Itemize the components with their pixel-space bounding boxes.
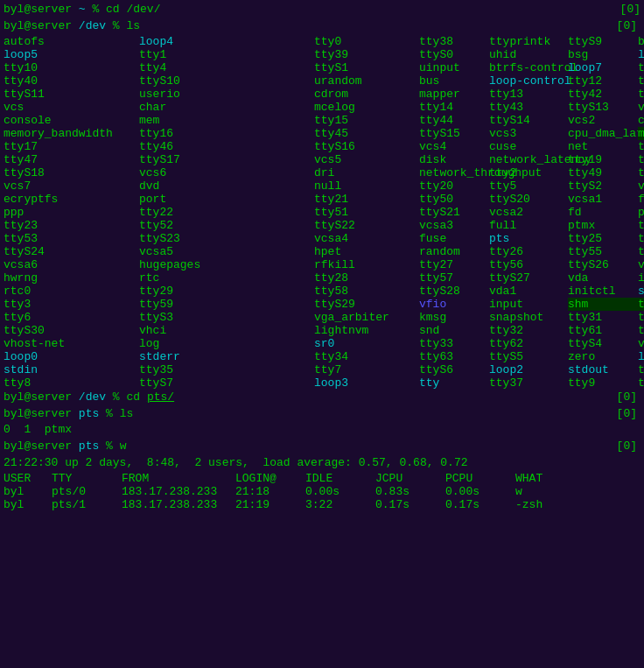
ls-item: dvd: [139, 179, 275, 193]
ls-item: tty56: [489, 258, 559, 271]
ls-item: tty22: [139, 206, 209, 219]
ls-item: zero: [568, 350, 644, 363]
ls-item: ttyS2: [568, 179, 644, 193]
ls-item: vcs: [4, 101, 100, 114]
ls-item: ptmx: [568, 219, 644, 232]
ls-item: tty46: [139, 140, 209, 153]
prompt-line-3: byl@server /dev % cd pts/[0]: [4, 390, 640, 406]
ls-item: tty33: [419, 337, 489, 350]
ls-item: ttyS31: [638, 324, 644, 337]
ls-item: shm: [568, 298, 644, 311]
ls-item: ttyS9: [568, 35, 644, 48]
prompt-line-1: byl@server ~ % cd /dev/[0]: [4, 2, 640, 18]
ls-item: tty4: [139, 61, 209, 74]
ls-item: tty27: [419, 258, 489, 271]
ls-item: ttyS26: [568, 258, 644, 271]
ls-item: cpu_dma_latency: [568, 127, 644, 140]
ls-item: ttyS29: [314, 298, 397, 311]
ls-item: loop0: [4, 350, 139, 363]
ls-item: tty54: [638, 232, 644, 245]
ls-item: ttyS14: [489, 114, 572, 127]
ls-item: tty60: [638, 311, 644, 324]
ls-item: rtc: [139, 271, 310, 285]
ls-item: ttyS16: [314, 140, 397, 153]
ls-item: tty26: [489, 245, 559, 258]
ls-item: loop4: [139, 35, 310, 48]
ls-item: tty31: [568, 311, 638, 324]
ls-item: ttyS12: [638, 88, 644, 101]
ls-item: i2c-0: [638, 271, 644, 285]
ls-item: vcs1: [638, 101, 644, 114]
prompt-user: byl: [4, 2, 24, 18]
ls-item: tty14: [419, 101, 489, 114]
pts-link: pts/: [147, 390, 174, 404]
ls-item: core: [638, 114, 644, 127]
ls-item: tty58: [314, 285, 384, 298]
ls-item: ttyS30: [4, 324, 87, 337]
ls-item: tty48: [638, 153, 644, 166]
ls-item: loop1: [638, 350, 644, 363]
w-col-idle: IDLE: [305, 472, 375, 485]
ls-item: urandom: [314, 74, 410, 88]
ls-item: ttyS10: [139, 74, 222, 88]
ls-item: vcsa5: [139, 245, 235, 258]
ls-item: ttyS5: [489, 350, 572, 363]
ls-item: tty34: [314, 350, 384, 363]
ls-item: vhci: [139, 324, 235, 337]
ls-item: tty40: [4, 74, 74, 88]
pts-ls-output: 0 1 ptmx: [4, 422, 640, 439]
ls-item: tty63: [419, 350, 489, 363]
ls-item: fb0: [638, 193, 644, 206]
w-col-login: LOGIN@: [235, 472, 305, 485]
ls-item: hwrng: [4, 271, 139, 285]
ls-item: tty19: [568, 153, 638, 166]
ls-item: ttyS8: [638, 376, 644, 390]
ls-item: tty0: [314, 35, 384, 48]
ls-item: tty62: [489, 337, 559, 350]
ls-item: log: [139, 337, 275, 350]
ls-item: tty49: [568, 166, 638, 179]
ls-item: tty6: [4, 311, 74, 324]
ls-item: tty41: [638, 74, 644, 88]
ls-item: tty10: [4, 61, 74, 74]
w-col-tty: TTY: [52, 472, 122, 485]
ls-item: tty57: [419, 271, 489, 285]
ls-item: net: [568, 140, 644, 153]
prompt-host: server: [31, 2, 72, 18]
ls-item: tty5: [489, 179, 559, 193]
ls-item: vhost-vsock: [638, 337, 644, 350]
ls-item: tty16: [139, 127, 209, 140]
ls-item: hugepages: [139, 258, 275, 271]
ls-item: ttyS11: [4, 88, 87, 101]
ls-item: tty11: [638, 61, 644, 74]
bracket-num-4: [0]: [617, 406, 637, 423]
w-col-user: USER: [4, 472, 52, 485]
ls-item: bsg: [568, 48, 644, 61]
bracket-num: [0]: [620, 2, 640, 18]
ls-item: userio: [139, 88, 235, 101]
ls-item: port: [139, 193, 310, 206]
ls-item: ttyS20: [489, 193, 572, 206]
bracket-num-2: [0]: [617, 18, 637, 35]
ls-item: tty15: [314, 114, 384, 127]
ls-item: vcsa4: [314, 232, 410, 245]
ls-item: fd: [568, 206, 644, 219]
ls-item: ttyS3: [139, 311, 222, 324]
ls-item: tty42: [568, 88, 638, 101]
w-header: USER TTY FROM LOGIN@ IDLE JCPU PCPU WHAT: [4, 472, 640, 485]
w-row-1: byl pts/0 183.17.238.233 21:18 0.00s 0.8…: [4, 485, 640, 498]
ls-item: ttyS1: [314, 61, 397, 74]
ls-item: loop7: [568, 61, 644, 74]
w-col-pcpu: PCPU: [445, 472, 515, 485]
ls-item: tty13: [489, 88, 559, 101]
prompt-line-2: byl@server /dev % ls[0]: [4, 18, 640, 35]
ls-item: tty21: [314, 193, 384, 206]
ls-item: tty3: [4, 298, 74, 311]
ls-item: vcs5: [314, 153, 410, 166]
ls-item: vda: [568, 271, 644, 285]
ls-item: tty9: [568, 376, 638, 390]
ls-item: tty12: [568, 74, 638, 88]
ls-item: vcsa7: [638, 258, 644, 271]
ls-item: tty1: [139, 48, 209, 61]
w-row-2: byl pts/1 183.17.238.233 21:19 3:22 0.17…: [4, 498, 640, 511]
